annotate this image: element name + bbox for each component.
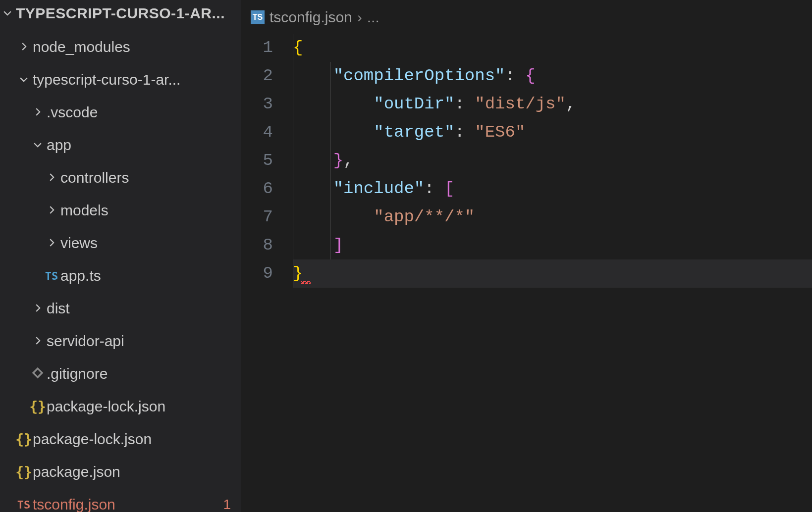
folder-label: models: [60, 202, 108, 219]
project-name: TYPESCRIPT-CURSO-1-AR...: [16, 5, 225, 22]
file-label: app.ts: [60, 267, 101, 284]
breadcrumb-tail: ...: [367, 9, 379, 26]
chevron-right-icon: [29, 104, 47, 121]
line-number: 9: [241, 259, 273, 288]
tree-file-package-json[interactable]: {} package.json: [0, 456, 241, 488]
line-number: 1: [241, 34, 273, 62]
chevron-right-icon: ›: [357, 9, 362, 26]
typescript-file-icon: TS: [15, 499, 33, 511]
folder-label: views: [60, 235, 98, 252]
tree-folder-dist[interactable]: dist: [0, 292, 241, 325]
line-number: 2: [241, 62, 273, 90]
code-line[interactable]: "include": [: [293, 175, 812, 203]
editor-tabs[interactable]: [241, 0, 812, 5]
line-number: 7: [241, 203, 273, 231]
tree-folder-controllers[interactable]: controllers: [0, 161, 241, 194]
git-file-icon: [29, 365, 47, 383]
folder-label: app: [47, 137, 71, 154]
chevron-right-icon: [43, 235, 60, 252]
code-content[interactable]: { "compilerOptions": { "outDir": "dist/j…: [293, 34, 812, 512]
code-line[interactable]: "target": "ES6": [293, 118, 812, 147]
file-explorer: TYPESCRIPT-CURSO-1-AR... node_modules ty…: [0, 0, 241, 512]
folder-label: .vscode: [47, 104, 98, 121]
json-file-icon: {}: [15, 431, 33, 448]
editor-area: TS tsconfig.json › ... 1 2 3 4 5 6 7 8 9…: [241, 0, 812, 512]
tree-folder-app[interactable]: app: [0, 129, 241, 161]
tree-folder-node-modules[interactable]: node_modules: [0, 31, 241, 63]
explorer-project-header[interactable]: TYPESCRIPT-CURSO-1-AR...: [0, 0, 241, 31]
chevron-down-icon: [15, 71, 33, 88]
line-number-gutter: 1 2 3 4 5 6 7 8 9: [241, 34, 293, 512]
file-label: package-lock.json: [47, 398, 165, 415]
chevron-right-icon: [43, 202, 60, 219]
json-file-icon: {}: [29, 399, 47, 415]
line-number: 8: [241, 231, 273, 259]
code-line[interactable]: "compilerOptions": {: [293, 62, 812, 90]
code-line[interactable]: {: [293, 34, 812, 62]
error-count-badge: 1: [223, 497, 231, 512]
chevron-right-icon: [29, 333, 47, 350]
code-line[interactable]: ]: [293, 231, 812, 259]
error-squiggle: [301, 281, 311, 284]
chevron-down-icon: [0, 5, 15, 22]
code-editor[interactable]: 1 2 3 4 5 6 7 8 9 { "compilerOptions": {…: [241, 34, 812, 512]
line-number: 3: [241, 90, 273, 118]
breadcrumb[interactable]: TS tsconfig.json › ...: [241, 5, 812, 34]
tree-folder-views[interactable]: views: [0, 227, 241, 259]
tree-folder-models[interactable]: models: [0, 194, 241, 227]
tree-file-app-ts[interactable]: TS app.ts: [0, 259, 241, 292]
tree-file-tsconfig[interactable]: TS tsconfig.json 1: [0, 488, 241, 512]
file-label: tsconfig.json: [33, 496, 115, 512]
tree-folder-servidor-api[interactable]: servidor-api: [0, 325, 241, 358]
tree-file-package-lock-outer[interactable]: {} package-lock.json: [0, 423, 241, 456]
code-line[interactable]: "outDir": "dist/js",: [293, 90, 812, 118]
file-label: package.json: [33, 463, 120, 480]
tree-file-gitignore[interactable]: .gitignore: [0, 358, 241, 390]
folder-label: dist: [47, 300, 70, 317]
chevron-down-icon: [29, 137, 47, 154]
folder-label: typescript-curso-1-ar...: [33, 71, 180, 88]
code-line[interactable]: }: [293, 259, 812, 288]
code-line[interactable]: },: [293, 147, 812, 175]
tree-folder-subproject[interactable]: typescript-curso-1-ar...: [0, 63, 241, 96]
chevron-right-icon: [15, 39, 33, 55]
code-line[interactable]: "app/**/*": [293, 203, 812, 231]
chevron-right-icon: [29, 300, 47, 317]
typescript-file-icon: TS: [43, 270, 60, 282]
file-tree: node_modules typescript-curso-1-ar... .v…: [0, 31, 241, 512]
folder-label: servidor-api: [47, 333, 124, 350]
json-file-icon: {}: [15, 464, 33, 480]
line-number: 4: [241, 118, 273, 147]
line-number: 6: [241, 175, 273, 203]
file-label: .gitignore: [47, 365, 108, 382]
typescript-file-icon: TS: [251, 10, 265, 24]
line-number: 5: [241, 147, 273, 175]
file-label: package-lock.json: [33, 431, 152, 448]
folder-label: controllers: [60, 169, 129, 186]
tree-folder-vscode[interactable]: .vscode: [0, 96, 241, 129]
folder-label: node_modules: [33, 39, 130, 55]
breadcrumb-file: tsconfig.json: [270, 9, 352, 26]
tree-file-package-lock-inner[interactable]: {} package-lock.json: [0, 390, 241, 423]
chevron-right-icon: [43, 169, 60, 186]
